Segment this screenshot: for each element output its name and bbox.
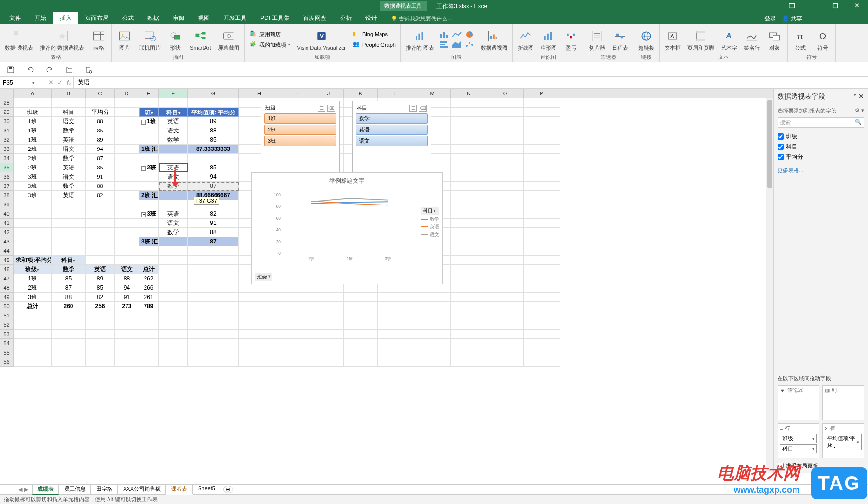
column-header[interactable]: N bbox=[451, 89, 487, 98]
cell[interactable] bbox=[139, 320, 159, 330]
row-header[interactable]: 47 bbox=[0, 274, 14, 283]
cell[interactable]: 94 bbox=[115, 283, 139, 293]
cell[interactable] bbox=[344, 311, 378, 320]
column-header[interactable]: P bbox=[524, 89, 560, 98]
row-header[interactable]: 52 bbox=[0, 320, 14, 330]
formula-input[interactable]: 英语 bbox=[74, 78, 868, 87]
cell[interactable] bbox=[139, 311, 159, 320]
cell[interactable]: 语文 bbox=[159, 126, 188, 135]
cell[interactable] bbox=[314, 293, 344, 302]
cell[interactable]: 85 bbox=[86, 126, 115, 135]
cell[interactable] bbox=[414, 283, 451, 293]
cell[interactable]: 1班 bbox=[14, 135, 52, 145]
slicer-item[interactable]: 英语 bbox=[356, 125, 428, 135]
cell[interactable] bbox=[14, 209, 52, 219]
smartart-button[interactable]: SmartArt bbox=[188, 27, 213, 52]
cell[interactable]: 数学 bbox=[52, 126, 86, 135]
tab-formulas[interactable]: 公式 bbox=[115, 12, 141, 24]
row-header[interactable]: 42 bbox=[0, 228, 14, 237]
cell[interactable] bbox=[524, 182, 560, 191]
minimize-button[interactable]: — bbox=[802, 0, 824, 12]
cell[interactable] bbox=[14, 200, 52, 209]
cell[interactable] bbox=[524, 283, 560, 293]
cell[interactable] bbox=[52, 320, 86, 330]
cell[interactable] bbox=[52, 219, 86, 228]
cell[interactable] bbox=[487, 135, 524, 145]
cell[interactable] bbox=[451, 209, 487, 219]
cell[interactable] bbox=[115, 256, 139, 265]
cell[interactable]: 英语 bbox=[159, 163, 188, 172]
cell[interactable] bbox=[414, 302, 451, 311]
cell[interactable] bbox=[86, 228, 115, 237]
cell[interactable] bbox=[378, 357, 414, 367]
cell[interactable] bbox=[524, 274, 560, 283]
field-checkbox[interactable] bbox=[778, 144, 784, 150]
collapse-icon[interactable]: – bbox=[141, 212, 146, 217]
slicer-item[interactable]: 数学 bbox=[356, 113, 428, 124]
cell[interactable] bbox=[314, 320, 344, 330]
cell[interactable] bbox=[487, 108, 524, 117]
cell[interactable] bbox=[86, 339, 115, 348]
cell[interactable] bbox=[344, 320, 378, 330]
row-header[interactable]: 29 bbox=[0, 108, 14, 117]
cell[interactable] bbox=[14, 311, 52, 320]
row-header[interactable]: 54 bbox=[0, 339, 14, 348]
cell[interactable] bbox=[115, 200, 139, 209]
slicer-subject[interactable]: 科目 ☰⌫ 数学英语语文 bbox=[352, 101, 431, 174]
cell[interactable] bbox=[159, 265, 188, 274]
cell[interactable] bbox=[52, 311, 86, 320]
field-panel-gear-icon[interactable]: ⚙ ▾ bbox=[855, 107, 864, 114]
cell[interactable] bbox=[159, 154, 188, 163]
cell[interactable] bbox=[451, 154, 487, 163]
tellme-search[interactable]: 💡 告诉我您想要做什么... bbox=[384, 13, 458, 24]
row-header[interactable]: 55 bbox=[0, 348, 14, 357]
cell[interactable] bbox=[115, 237, 139, 246]
close-button[interactable]: ✕ bbox=[846, 0, 868, 12]
cell[interactable] bbox=[115, 228, 139, 237]
cell[interactable] bbox=[524, 228, 560, 237]
chart-type-line-icon[interactable] bbox=[452, 30, 463, 39]
cell[interactable] bbox=[451, 348, 487, 357]
cell[interactable] bbox=[188, 311, 239, 320]
cell[interactable] bbox=[115, 172, 139, 182]
sparkline-winloss-button[interactable]: 盈亏 bbox=[561, 27, 581, 52]
area-field-item[interactable]: 班级▾ bbox=[780, 434, 817, 443]
cell[interactable] bbox=[239, 330, 280, 339]
slicer-button[interactable]: 切片器 bbox=[587, 27, 607, 52]
sparkline-column-button[interactable]: 柱形图 bbox=[539, 27, 559, 52]
cell[interactable] bbox=[280, 330, 314, 339]
chart-type-bar-icon[interactable] bbox=[439, 40, 451, 49]
bingmaps-button[interactable]: ▮Bing Maps bbox=[351, 29, 398, 39]
cell[interactable]: 88 bbox=[188, 228, 239, 237]
row-header[interactable]: 33 bbox=[0, 145, 14, 154]
cell[interactable] bbox=[524, 320, 560, 330]
cell[interactable]: 2班 bbox=[14, 154, 52, 163]
legend-item[interactable]: 英语 bbox=[421, 224, 439, 230]
cell[interactable]: 总计 bbox=[139, 265, 159, 274]
sheet-tab[interactable]: 成绩表 bbox=[32, 485, 59, 495]
row-header[interactable]: 50 bbox=[0, 302, 14, 311]
cell[interactable] bbox=[159, 339, 188, 348]
cell[interactable] bbox=[487, 256, 524, 265]
cell[interactable] bbox=[115, 117, 139, 126]
more-tables-link[interactable]: 更多表格... bbox=[778, 167, 864, 174]
cell[interactable]: 87 bbox=[86, 154, 115, 163]
cell[interactable]: 1班 bbox=[14, 126, 52, 135]
cell[interactable]: 语文 bbox=[159, 219, 188, 228]
cell[interactable] bbox=[378, 348, 414, 357]
cell[interactable] bbox=[188, 98, 239, 108]
cell[interactable] bbox=[344, 339, 378, 348]
tab-design[interactable]: 设计 bbox=[359, 12, 384, 24]
undo-icon[interactable] bbox=[25, 65, 35, 75]
column-header[interactable]: M bbox=[414, 89, 451, 98]
tab-baidu[interactable]: 百度网盘 bbox=[296, 12, 333, 24]
cell[interactable] bbox=[52, 330, 86, 339]
cell[interactable]: 科目▾ bbox=[52, 256, 86, 265]
row-header[interactable]: 51 bbox=[0, 311, 14, 320]
cell[interactable] bbox=[139, 348, 159, 357]
cell[interactable] bbox=[487, 302, 524, 311]
cell[interactable]: 平均分 bbox=[86, 108, 115, 117]
chart-type-pie-icon[interactable] bbox=[464, 30, 476, 39]
slicer-item[interactable]: 1班 bbox=[264, 113, 336, 124]
column-header[interactable]: H bbox=[239, 89, 280, 98]
